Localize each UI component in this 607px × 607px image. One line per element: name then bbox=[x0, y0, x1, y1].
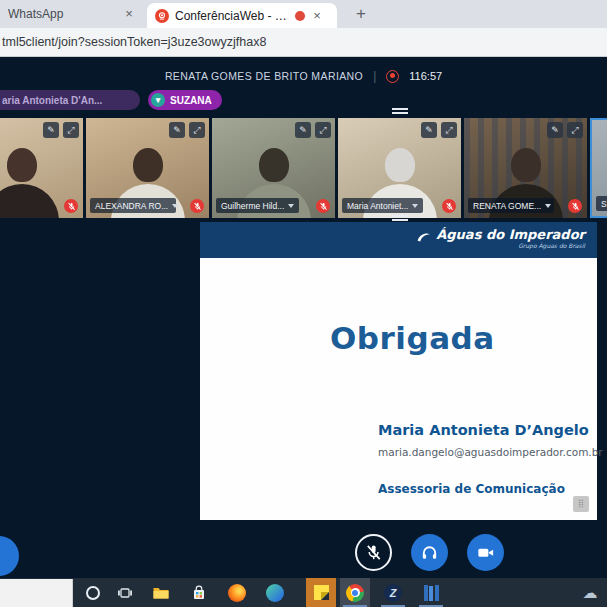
listen-icon: ▾ bbox=[151, 93, 165, 107]
participant-silhouette bbox=[0, 148, 59, 218]
fullscreen-icon[interactable]: ⤢ bbox=[63, 122, 79, 138]
tab-recording-indicator-icon bbox=[295, 11, 305, 21]
tab-title: ConferênciaWeb - RENATA G bbox=[175, 9, 293, 23]
share-webcam-button[interactable] bbox=[467, 534, 504, 571]
muted-mic-icon bbox=[64, 199, 78, 213]
firefox-icon[interactable] bbox=[222, 578, 252, 607]
headphones-icon bbox=[420, 543, 439, 562]
slide-heading: Obrigada bbox=[330, 320, 495, 356]
cortana-icon[interactable] bbox=[78, 578, 108, 607]
badge-label: aria Antonieta D'An... bbox=[2, 95, 102, 106]
recording-timer: 116:57 bbox=[409, 70, 442, 82]
fullscreen-icon[interactable]: ⤢ bbox=[441, 122, 457, 138]
participant-badge-suzana[interactable]: ▾ SUZANA bbox=[148, 90, 222, 110]
webcam-tile[interactable]: ✎⤢ Maria Antoniet... bbox=[338, 118, 461, 218]
company-logo: Águas do Imperador Grupo Águas do Brasil bbox=[414, 228, 585, 249]
webcam-tile[interactable]: ✎⤢ ALEXANDRA RO... bbox=[86, 118, 209, 218]
tab-title: WhatsApp bbox=[8, 7, 121, 21]
chevron-down-icon bbox=[412, 204, 418, 208]
chevron-down-icon bbox=[172, 204, 178, 208]
webcam-tile[interactable]: ✎⤢ RENATA GOME... bbox=[464, 118, 587, 218]
browser-tab-strip: WhatsApp × ConferênciaWeb - RENATA G × + bbox=[0, 0, 607, 28]
participant-name-tag: Maria Antoniet... bbox=[342, 198, 423, 213]
contact-name: Maria Antonieta D’Angelo bbox=[378, 422, 589, 438]
microsoft-store-icon[interactable] bbox=[184, 578, 214, 607]
meeting-header: RENATA GOMES DE BRITO MARIANO | 116:57 bbox=[0, 69, 607, 83]
new-tab-button[interactable]: + bbox=[349, 2, 373, 26]
tab-conferenciaweb[interactable]: ConferênciaWeb - RENATA G × bbox=[147, 3, 337, 28]
screen: WhatsApp × ConferênciaWeb - RENATA G × +… bbox=[0, 0, 607, 607]
participant-badge-maria[interactable]: aria Antonieta D'An... bbox=[0, 90, 140, 110]
resize-handle[interactable] bbox=[392, 108, 408, 114]
logo-title: Águas do Imperador bbox=[436, 228, 585, 242]
fullscreen-icon[interactable]: ⤢ bbox=[189, 122, 205, 138]
unmute-microphone-button[interactable] bbox=[355, 534, 392, 571]
edit-icon[interactable]: ✎ bbox=[169, 122, 185, 138]
leave-audio-button[interactable] bbox=[411, 534, 448, 571]
webcam-tile[interactable]: ✎⤢ bbox=[0, 118, 83, 218]
edit-icon[interactable]: ✎ bbox=[421, 122, 437, 138]
z-app-icon[interactable]: Z bbox=[378, 578, 408, 607]
taskbar-search-input[interactable] bbox=[0, 579, 73, 607]
edit-icon[interactable]: ✎ bbox=[43, 122, 59, 138]
presenter-name: RENATA GOMES DE BRITO MARIANO bbox=[165, 70, 363, 82]
fullscreen-icon[interactable]: ⤢ bbox=[315, 122, 331, 138]
resize-handle[interactable] bbox=[392, 215, 408, 221]
edge-icon[interactable] bbox=[260, 578, 290, 607]
close-icon[interactable]: × bbox=[309, 8, 325, 24]
chevron-down-icon bbox=[545, 204, 551, 208]
contact-email: maria.dangelo@aguasdoimperador.com.br bbox=[378, 446, 603, 458]
muted-mic-icon bbox=[190, 199, 204, 213]
edit-icon[interactable]: ✎ bbox=[547, 122, 563, 138]
recording-indicator-icon[interactable] bbox=[386, 70, 399, 83]
file-explorer-icon[interactable] bbox=[146, 578, 176, 607]
conference-favicon-icon bbox=[155, 9, 169, 23]
muted-mic-icon bbox=[442, 199, 456, 213]
webcam-tile[interactable]: S bbox=[590, 118, 607, 218]
fullscreen-icon[interactable]: ⤢ bbox=[567, 122, 583, 138]
muted-mic-icon bbox=[568, 199, 582, 213]
windows-taskbar: Z ☁ bbox=[0, 578, 607, 607]
slide-header-band: Águas do Imperador Grupo Águas do Brasil bbox=[200, 222, 597, 258]
mic-muted-icon bbox=[364, 543, 383, 562]
webcam-tile[interactable]: ✎⤢ Guilherme Hild... bbox=[212, 118, 335, 218]
webcam-icon bbox=[476, 543, 495, 562]
actions-button[interactable] bbox=[0, 536, 19, 576]
webcam-strip: ✎⤢ ✎⤢ ALEXANDRA RO... ✎⤢ Guilherme Hild.… bbox=[0, 118, 607, 218]
participant-name-tag: ALEXANDRA RO... bbox=[90, 198, 176, 213]
badge-label: SUZANA bbox=[170, 95, 212, 106]
sticky-notes-icon[interactable] bbox=[306, 578, 336, 607]
task-view-icon[interactable] bbox=[110, 578, 140, 607]
participant-name-tag: RENATA GOME... bbox=[468, 198, 554, 213]
water-swoosh-icon bbox=[414, 229, 432, 247]
participant-name-tag: Guilherme Hild... bbox=[216, 198, 299, 213]
chevron-down-icon bbox=[288, 204, 294, 208]
participant-name-tag: S bbox=[596, 196, 607, 211]
meeting-area: RENATA GOMES DE BRITO MARIANO | 116:57 a… bbox=[0, 57, 607, 578]
muted-mic-icon bbox=[316, 199, 330, 213]
chrome-icon[interactable] bbox=[340, 578, 370, 607]
contact-role: Assessoria de Comunicação bbox=[378, 482, 565, 496]
presentation-slide: Águas do Imperador Grupo Águas do Brasil… bbox=[200, 222, 597, 520]
header-separator: | bbox=[373, 69, 376, 83]
edit-icon[interactable]: ✎ bbox=[295, 122, 311, 138]
slide-resize-handle[interactable]: ⣿ bbox=[573, 496, 589, 512]
close-icon[interactable]: × bbox=[121, 6, 137, 22]
url-text[interactable]: tml5client/join?sessionToken=j3uze3owyzj… bbox=[0, 35, 266, 49]
meeting-controls bbox=[355, 534, 504, 571]
tab-whatsapp[interactable]: WhatsApp × bbox=[0, 0, 145, 28]
url-bar[interactable]: tml5client/join?sessionToken=j3uze3owyzj… bbox=[0, 28, 607, 57]
onedrive-cloud-icon[interactable]: ☁ bbox=[575, 578, 605, 607]
books-app-icon[interactable] bbox=[416, 578, 446, 607]
logo-subtitle: Grupo Águas do Brasil bbox=[436, 242, 585, 249]
